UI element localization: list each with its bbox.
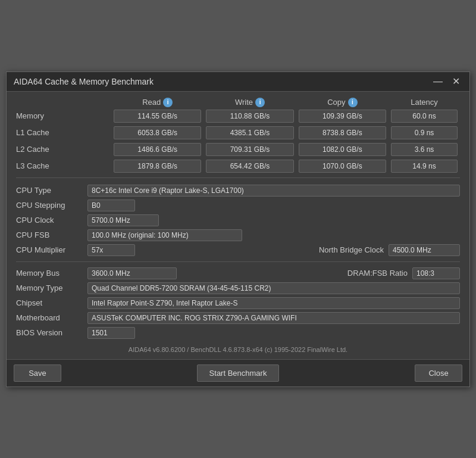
chipset-row: Chipset Intel Raptor Point-S Z790, Intel…	[16, 297, 460, 310]
memory-type-row: Memory Type Quad Channel DDR5-7200 SDRAM…	[16, 282, 460, 295]
bench-copy-value: 1070.0 GB/s	[299, 160, 386, 173]
cpu-stepping-value: B0	[87, 200, 135, 211]
content-area: Read i Write i Copy i Latency Memory 114…	[7, 92, 469, 359]
chipset-value: Intel Raptor Point-S Z790, Intel Raptor …	[87, 297, 460, 309]
bench-write-value: 654.42 GB/s	[206, 160, 293, 173]
window-title: AIDA64 Cache & Memory Benchmark	[14, 77, 154, 86]
memory-bus-value: 3600.0 MHz	[87, 267, 177, 279]
cpu-stepping-row: CPU Stepping B0	[16, 199, 460, 212]
bench-row: Memory 114.55 GB/s 110.88 GB/s 109.39 GB…	[16, 110, 460, 123]
bench-write-value: 110.88 GB/s	[206, 110, 293, 123]
north-bridge-label: North Bridge Clock	[305, 245, 389, 254]
north-bridge-value: 4500.0 MHz	[389, 244, 460, 256]
bench-table-body: Memory 114.55 GB/s 110.88 GB/s 109.39 GB…	[16, 110, 460, 173]
bios-label: BIOS Version	[16, 328, 87, 337]
divider-1	[16, 177, 460, 178]
bench-read-value: 114.55 GB/s	[114, 110, 201, 123]
bench-copy-value: 1082.0 GB/s	[299, 143, 386, 156]
benchmark-button[interactable]: Start Benchmark	[197, 364, 280, 382]
bios-value: 1501	[87, 327, 135, 339]
read-info-icon[interactable]: i	[163, 98, 173, 107]
bench-row: L2 Cache 1486.6 GB/s 709.31 GB/s 1082.0 …	[16, 143, 460, 156]
bios-row: BIOS Version 1501	[16, 326, 460, 339]
bench-table-header: Read i Write i Copy i Latency	[16, 98, 460, 107]
button-bar: Save Start Benchmark Close	[7, 359, 469, 387]
divider-2	[16, 261, 460, 262]
bench-read-value: 1879.8 GB/s	[114, 160, 201, 173]
bench-write-value: 4385.1 GB/s	[206, 126, 293, 139]
motherboard-row: Motherboard ASUSTeK COMPUTER INC. ROG ST…	[16, 311, 460, 325]
cpu-clock-label: CPU Clock	[16, 216, 87, 225]
motherboard-label: Motherboard	[16, 313, 87, 322]
bench-row: L3 Cache 1879.8 GB/s 654.42 GB/s 1070.0 …	[16, 160, 460, 173]
header-write: Write i	[203, 98, 296, 107]
header-read: Read i	[111, 98, 203, 107]
cpu-info-section: CPU Type 8C+16c Intel Core i9 (Raptor La…	[16, 183, 460, 342]
cpu-fsb-label: CPU FSB	[16, 230, 87, 239]
dram-fsb-value: 108:3	[412, 267, 460, 279]
cpu-multiplier-value: 57x	[87, 244, 135, 256]
close-button[interactable]: ✕	[450, 77, 462, 86]
cpu-type-row: CPU Type 8C+16c Intel Core i9 (Raptor La…	[16, 184, 460, 197]
main-window: AIDA64 Cache & Memory Benchmark — ✕ Read…	[6, 71, 470, 387]
memory-bus-label: Memory Bus	[16, 269, 87, 278]
cpu-clock-row: CPU Clock 5700.0 MHz	[16, 214, 460, 227]
bench-label: L3 Cache	[16, 161, 111, 170]
bench-label: Memory	[16, 111, 111, 120]
cpu-type-value: 8C+16c Intel Core i9 (Raptor Lake-S, LGA…	[87, 185, 460, 197]
bench-read-value: 6053.8 GB/s	[114, 126, 201, 139]
window-controls: — ✕	[431, 77, 462, 86]
cpu-clock-value: 5700.0 MHz	[87, 214, 159, 226]
cpu-fsb-row: CPU FSB 100.0 MHz (original: 100 MHz)	[16, 229, 460, 242]
write-info-icon[interactable]: i	[255, 98, 265, 107]
close-btn[interactable]: Close	[415, 364, 462, 382]
cpu-multiplier-label: CPU Multiplier	[16, 245, 87, 254]
title-bar: AIDA64 Cache & Memory Benchmark — ✕	[7, 72, 469, 92]
memory-bus-row: Memory Bus 3600.0 MHz DRAM:FSB Ratio 108…	[16, 267, 460, 280]
bench-copy-value: 8738.8 GB/s	[299, 126, 386, 139]
dram-fsb-label: DRAM:FSB Ratio	[341, 269, 412, 278]
motherboard-value: ASUSTeK COMPUTER INC. ROG STRIX Z790-A G…	[87, 312, 460, 324]
copy-info-icon[interactable]: i	[348, 98, 358, 107]
save-button[interactable]: Save	[14, 364, 61, 382]
memory-type-label: Memory Type	[16, 283, 87, 292]
footer-text: AIDA64 v6.80.6200 / BenchDLL 4.6.873.8-x…	[16, 346, 460, 353]
cpu-multiplier-row: CPU Multiplier 57x North Bridge Clock 45…	[16, 244, 460, 257]
bench-latency-value: 0.9 ns	[391, 126, 458, 139]
bench-latency-value: 3.6 ns	[391, 143, 458, 156]
bench-latency-value: 60.0 ns	[391, 110, 458, 123]
bench-write-value: 709.31 GB/s	[206, 143, 293, 156]
bench-copy-value: 109.39 GB/s	[299, 110, 386, 123]
bench-label: L1 Cache	[16, 128, 111, 137]
bench-read-value: 1486.6 GB/s	[114, 143, 201, 156]
minimize-button[interactable]: —	[431, 77, 445, 86]
cpu-type-label: CPU Type	[16, 186, 87, 195]
header-empty	[16, 98, 111, 107]
bench-label: L2 Cache	[16, 145, 111, 154]
memory-type-value: Quad Channel DDR5-7200 SDRAM (34-45-45-1…	[87, 282, 460, 294]
cpu-fsb-value: 100.0 MHz (original: 100 MHz)	[87, 229, 242, 241]
cpu-stepping-label: CPU Stepping	[16, 201, 87, 210]
header-latency: Latency	[389, 98, 460, 107]
bench-latency-value: 14.9 ns	[391, 160, 458, 173]
header-copy: Copy i	[296, 98, 389, 107]
chipset-label: Chipset	[16, 298, 87, 307]
bench-row: L1 Cache 6053.8 GB/s 4385.1 GB/s 8738.8 …	[16, 126, 460, 139]
